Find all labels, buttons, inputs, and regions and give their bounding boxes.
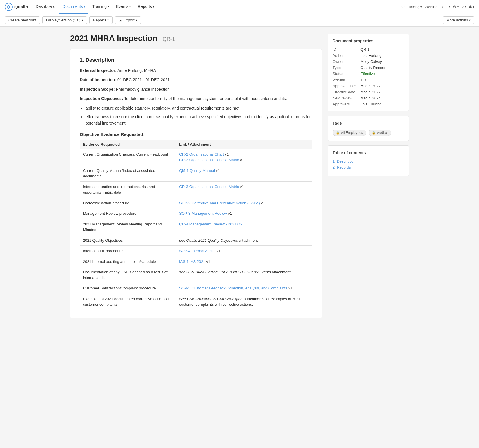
toc-panel-title: Table of contents bbox=[333, 150, 404, 155]
objectives-list: ability to ensure applicable statutory, … bbox=[86, 105, 312, 127]
chevron-down-icon: ▾ bbox=[107, 19, 109, 22]
link-cell: SOP-4 Internal Audits v1 bbox=[176, 246, 312, 256]
nav-reports[interactable]: Reports ▾ bbox=[135, 0, 157, 14]
doc-link[interactable]: QR-2 Organisational Chart bbox=[179, 152, 224, 156]
nav-documents[interactable]: Documents ▾ bbox=[59, 0, 88, 14]
table-row: Current Quality Manual/Index of associat… bbox=[80, 165, 312, 181]
external-inspector-para: External Inspector: Anne Furlong, MHRA bbox=[80, 67, 312, 74]
table-row: 2021 Quality Objectivessee Qualio 2021 Q… bbox=[80, 235, 312, 246]
table-row: 2021 Internal auditing annual plan/sched… bbox=[80, 256, 312, 267]
doc-link[interactable]: QR-3 Organisational Context Matrix bbox=[179, 158, 239, 162]
doc-link[interactable]: SOP-2 Corrective and Preventive Action (… bbox=[179, 201, 260, 205]
document-toolbar: Create new draft Display version (1.0) ▾… bbox=[0, 14, 479, 27]
tools-icon: ✱ bbox=[469, 5, 472, 9]
evidence-cell: Customer Satisfaction/Complaint procedur… bbox=[80, 283, 176, 294]
doc-link[interactable]: SOP-3 Management Review bbox=[179, 211, 227, 216]
nav-right: Lola Furlong ▾ Webinar De... ▾ ⚙ ▾ ? ▾ ✱… bbox=[398, 5, 474, 9]
lock-icon: 🔒 bbox=[336, 131, 340, 135]
table-col-link: Link / Attachment bbox=[176, 140, 312, 149]
link-cell: see Qualio 2021 Quality Objectives attac… bbox=[176, 235, 312, 246]
settings-menu[interactable]: ⚙ ▾ bbox=[453, 5, 459, 9]
prop-value: Mar 7, 2024 bbox=[360, 96, 404, 100]
tags-row: 🔒All Employees🔒Auditor bbox=[333, 130, 404, 136]
document-content: 1. Description External Inspector: Anne … bbox=[70, 49, 322, 318]
user-name: Lola Furlong bbox=[398, 5, 419, 9]
chevron-down-icon: ▾ bbox=[82, 19, 83, 22]
doc-link[interactable]: QM-1 Quality Manual bbox=[179, 168, 215, 173]
evidence-table: Evidence Requested Link / Attachment Cur… bbox=[80, 140, 312, 310]
app-logo[interactable]: Qualio bbox=[5, 3, 28, 11]
chevron-down-icon: ▾ bbox=[469, 19, 471, 22]
prop-label: Approval date bbox=[333, 84, 356, 88]
doc-link[interactable]: QR-4 Management Review - 2021 Q2 bbox=[179, 222, 242, 226]
chevron-down-icon: ▾ bbox=[457, 5, 459, 8]
prop-label: Owner bbox=[333, 59, 356, 64]
list-item: effectiveness to ensure the client can r… bbox=[86, 114, 312, 127]
properties-panel-title: Document properties bbox=[333, 39, 404, 43]
nav-training[interactable]: Training ▾ bbox=[89, 0, 112, 14]
external-inspector-value: Anne Furlong, MHRA bbox=[117, 68, 156, 73]
prop-label: Type bbox=[333, 65, 356, 70]
prop-label: Status bbox=[333, 72, 356, 76]
help-menu[interactable]: ? ▾ bbox=[462, 5, 466, 9]
doc-link[interactable]: SOP-5 Customer Feedback Collection, Anal… bbox=[179, 286, 287, 290]
link-cell: See CMP-24-export & CMP-26-export attach… bbox=[176, 294, 312, 310]
tags-panel: Tags 🔒All Employees🔒Auditor bbox=[328, 116, 409, 141]
table-row: Interested parties and interactions, ris… bbox=[80, 181, 312, 198]
section-1-title: 1. Description bbox=[80, 57, 312, 63]
user-menu[interactable]: Lola Furlong ▾ bbox=[398, 5, 422, 9]
upload-icon: ☁ bbox=[119, 18, 122, 22]
chevron-down-icon: ▾ bbox=[449, 5, 450, 8]
scope-para: Inspection Scope: Pharmacovigilance insp… bbox=[80, 86, 312, 92]
workspace-menu[interactable]: Webinar De... ▾ bbox=[425, 5, 450, 9]
toc-link[interactable]: 1. Description bbox=[333, 159, 404, 163]
prop-label: Version bbox=[333, 78, 356, 82]
export-button[interactable]: ☁ Export ▾ bbox=[115, 16, 141, 24]
evidence-cell: 2021 Management Review Meeting Report an… bbox=[80, 219, 176, 235]
link-cell: QR-4 Management Review - 2021 Q2 bbox=[176, 219, 312, 235]
toc-link[interactable]: 2. Records bbox=[333, 165, 404, 170]
link-cell: IAS-1 IAS 2021 v1 bbox=[176, 256, 312, 267]
doc-link[interactable]: IAS-1 IAS 2021 bbox=[179, 259, 205, 264]
external-inspector-label: External Inspector: bbox=[80, 68, 117, 73]
doc-link[interactable]: SOP-4 Internal Audits bbox=[179, 249, 215, 253]
document-area: 2021 MHRA Inspection QR-1 1. Description… bbox=[70, 34, 322, 318]
chevron-down-icon: ▾ bbox=[129, 5, 131, 8]
nav-events[interactable]: Events ▾ bbox=[113, 0, 134, 14]
evidence-cell: Interested parties and interactions, ris… bbox=[80, 181, 176, 198]
doc-link[interactable]: QR-3 Organisational Context Matrix bbox=[179, 185, 239, 189]
objectives-para: Inspection Objectives: To determine conf… bbox=[80, 95, 312, 102]
link-cell: SOP-2 Corrective and Preventive Action (… bbox=[176, 198, 312, 208]
properties-grid: IDQR-1AuthorLola FurlongOwnerMolly Calve… bbox=[333, 47, 404, 106]
link-cell: QM-1 Quality Manual v1 bbox=[176, 165, 312, 181]
table-row: Current Organization Changes, Current He… bbox=[80, 149, 312, 165]
chevron-down-icon: ▾ bbox=[108, 5, 109, 8]
evidence-cell: Current Quality Manual/Index of associat… bbox=[80, 165, 176, 181]
prop-value: Quality Record bbox=[360, 65, 404, 70]
evidence-cell: 2021 Quality Objectives bbox=[80, 235, 176, 246]
chevron-down-icon: ▾ bbox=[465, 5, 466, 8]
prop-label: Effective date bbox=[333, 90, 356, 94]
nav-dashboard[interactable]: Dashboard bbox=[33, 0, 59, 14]
prop-label: Approvers bbox=[333, 102, 356, 106]
toolbar-left: Create new draft Display version (1.0) ▾… bbox=[5, 16, 141, 24]
nav-left: Qualio Dashboard Documents ▾ Training ▾ … bbox=[5, 0, 157, 14]
link-cell: QR-3 Organisational Context Matrix v1 bbox=[176, 181, 312, 198]
reports-button[interactable]: Reports ▾ bbox=[89, 16, 113, 24]
create-draft-button[interactable]: Create new draft bbox=[5, 16, 40, 24]
more-actions-button[interactable]: More actions ▾ bbox=[443, 16, 474, 24]
document-title: 2021 MHRA Inspection QR-1 bbox=[70, 34, 322, 43]
tools-menu[interactable]: ✱ ▾ bbox=[469, 5, 474, 9]
prop-value: Effective bbox=[360, 72, 404, 76]
app-name: Qualio bbox=[14, 4, 28, 9]
display-version-button[interactable]: Display version (1.0) ▾ bbox=[42, 16, 87, 24]
tag-badge[interactable]: 🔒All Employees bbox=[333, 130, 366, 136]
prop-value: 1.0 bbox=[360, 78, 404, 82]
prop-value: QR-1 bbox=[360, 47, 404, 52]
date-label: Date of Inspection: bbox=[80, 77, 116, 82]
evidence-cell: Current Organization Changes, Current He… bbox=[80, 149, 176, 165]
link-cell: SOP-3 Management Review v1 bbox=[176, 208, 312, 219]
tag-badge[interactable]: 🔒Auditor bbox=[369, 130, 391, 136]
evidence-cell: Corrective action procedure bbox=[80, 198, 176, 208]
table-row: 2021 Management Review Meeting Report an… bbox=[80, 219, 312, 235]
